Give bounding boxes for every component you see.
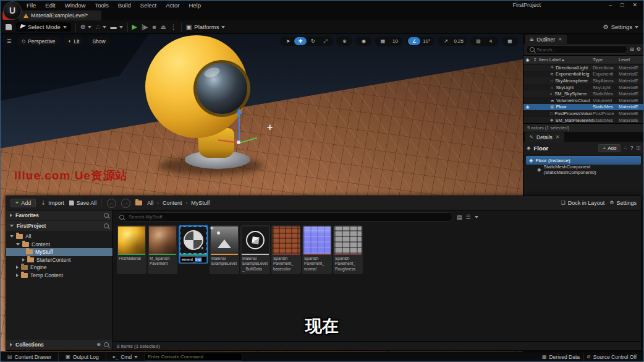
- menu-window[interactable]: Window: [65, 2, 86, 9]
- outliner-settings-gear-icon[interactable]: ⚙: [637, 47, 641, 52]
- search-icon[interactable]: [104, 223, 109, 228]
- translate-gizmo[interactable]: [205, 108, 279, 158]
- column-type[interactable]: Type: [593, 57, 619, 62]
- derived-data-button[interactable]: ▦ Derived Data: [539, 352, 583, 361]
- tree-item-engine[interactable]: Engine: [6, 264, 112, 272]
- grid-snap-icon[interactable]: ▦: [376, 37, 389, 45]
- menu-file[interactable]: File: [27, 2, 36, 9]
- column-level[interactable]: Level: [619, 57, 643, 62]
- asset-tile-renaming-instance[interactable]: ✓x ement_Inst: [179, 225, 208, 264]
- forward-button[interactable]: →: [121, 199, 130, 208]
- back-button[interactable]: ←: [107, 199, 116, 208]
- asset-tile-m-spanish-pavement[interactable]: M_Spanish Pavement: [148, 225, 177, 274]
- search-icon[interactable]: [104, 213, 109, 218]
- menu-edit[interactable]: Edit: [45, 2, 55, 9]
- menu-tools[interactable]: Tools: [95, 2, 108, 9]
- menu-actor[interactable]: Actor: [166, 2, 179, 9]
- outliner-row-matpreviewmesh[interactable]: ◈SM_MatPreviewM StaticMesMaterialE: [523, 117, 643, 124]
- chevron-down-icon[interactable]: [475, 216, 478, 218]
- tab-details[interactable]: ✎ Details ✕: [525, 132, 564, 142]
- tree-item-mystuff[interactable]: MyStuff: [6, 248, 112, 256]
- view-mode-dropdown[interactable]: ◐ Lit: [64, 37, 85, 46]
- asset-tile-firstmaterial[interactable]: FirstMaterial: [117, 225, 146, 274]
- eye-icon[interactable]: ◉: [523, 105, 532, 110]
- source-control-button[interactable]: ⊘ Source Control Off: [583, 352, 640, 361]
- column-item-label[interactable]: Item Label ▴: [539, 57, 593, 62]
- outliner-row-skyatmosphere[interactable]: ∩SkyAtmosphere SkyAtmosMaterialE: [523, 77, 643, 84]
- console-command-input[interactable]: [145, 353, 242, 361]
- play-button[interactable]: ▶: [132, 24, 137, 30]
- world-space-button[interactable]: ⊕: [338, 37, 350, 45]
- maximize-button[interactable]: □: [621, 2, 624, 8]
- cb-search-input[interactable]: [118, 212, 453, 222]
- breadcrumb-mystuff[interactable]: MyStuff: [191, 200, 210, 206]
- tab-outliner[interactable]: ☰ Outliner ✕: [525, 35, 567, 44]
- dock-in-layout-button[interactable]: ❏Dock in Layout: [561, 200, 605, 206]
- asset-tile-materialexamplelevel[interactable]: ✱ Material ExampleLevel: [210, 225, 239, 274]
- filter-icon[interactable]: ☰: [466, 214, 471, 220]
- save-search-icon[interactable]: ▤: [457, 214, 462, 220]
- tree-item-startercontent[interactable]: StarterContent: [6, 256, 112, 264]
- breadcrumb-content[interactable]: Content: [163, 200, 182, 206]
- viewport-options-menu[interactable]: ☰: [4, 37, 14, 46]
- cinematics-dropdown[interactable]: ▬: [111, 24, 123, 30]
- outliner-row-skylight[interactable]: ☼SkyLight SkyLightMaterialE: [523, 84, 643, 91]
- rotation-snap-icon[interactable]: ∠: [408, 37, 420, 45]
- outliner-row-volumetriccloud[interactable]: ☁VolumetricCloud VolumetriMaterialE: [523, 97, 643, 104]
- camera-speed-icon[interactable]: ▥: [472, 37, 485, 45]
- outliner-row-directionallight[interactable]: ☀DirectionalLight DirectionaMaterialE: [523, 64, 643, 71]
- search-icon[interactable]: [104, 342, 109, 347]
- rename-input[interactable]: ement_Inst: [180, 256, 207, 263]
- select-mode-dropdown[interactable]: Select Mode: [16, 22, 71, 32]
- cb-settings-button[interactable]: ⚙Settings: [609, 200, 637, 206]
- save-icon[interactable]: [6, 24, 12, 30]
- gizmo-y-axis[interactable]: [239, 137, 257, 144]
- close-button[interactable]: ✕: [632, 2, 637, 8]
- gizmo-z-axis[interactable]: [239, 113, 240, 143]
- maximize-viewport-button[interactable]: ▦: [504, 37, 516, 45]
- outliner-search-input[interactable]: [526, 45, 627, 54]
- scale-snap-icon[interactable]: ↗: [439, 37, 452, 45]
- asset-tile-builtdata[interactable]: Material ExampleLevel_ BuiltData: [240, 225, 270, 274]
- menu-select[interactable]: Select: [140, 2, 156, 9]
- close-icon[interactable]: ✕: [558, 37, 562, 42]
- asset-tile-normal-texture[interactable]: Spanish Pavement_ normal: [302, 225, 332, 274]
- new-folder-icon[interactable]: ⊞: [630, 47, 634, 52]
- lock-icon[interactable]: ⚿: [637, 145, 640, 152]
- cb-import-button[interactable]: ⭳Import: [41, 200, 64, 206]
- level-tab[interactable]: MaterialExampleLevel*: [19, 11, 101, 20]
- platforms-dropdown[interactable]: ▣ Platforms: [186, 24, 226, 30]
- tree-item-content[interactable]: Content: [6, 241, 112, 249]
- perspective-dropdown[interactable]: ◇ Perspective: [17, 37, 61, 46]
- pin-column-icon[interactable]: ↧: [532, 58, 539, 62]
- visibility-column-eye-icon[interactable]: ◉: [523, 58, 532, 62]
- blueprint-convert-icon[interactable]: ∴: [624, 145, 627, 151]
- rotate-tool-button[interactable]: ↻: [307, 37, 319, 45]
- menu-help[interactable]: Help: [189, 2, 201, 9]
- grid-snap-value[interactable]: 10: [389, 37, 401, 45]
- camera-speed-value[interactable]: 4: [485, 37, 497, 45]
- stop-button[interactable]: ■: [152, 24, 156, 30]
- output-log-button[interactable]: ▣ Output Log: [62, 352, 102, 361]
- skip-button[interactable]: |▶: [142, 24, 148, 30]
- help-icon[interactable]: ?: [630, 145, 633, 151]
- outliner-row-postprocessvolume[interactable]: □PostProcessVolun PostProceMaterialE: [523, 110, 643, 117]
- content-drawer-button[interactable]: ▤ Content Drawer: [4, 352, 54, 361]
- asset-tile-roughness-texture[interactable]: Spanish Pavement_ Roughness: [333, 225, 363, 274]
- play-options-kebab-icon[interactable]: ⋮: [171, 24, 177, 30]
- add-actor-dropdown[interactable]: ⊕: [80, 24, 91, 30]
- rotation-snap-value[interactable]: 10°: [420, 37, 433, 45]
- cb-add-button[interactable]: +Add: [11, 199, 36, 207]
- blueprints-dropdown[interactable]: ∴: [96, 24, 106, 30]
- surface-snap-button[interactable]: ◉: [357, 37, 370, 45]
- eject-button[interactable]: ⏏: [160, 24, 166, 30]
- select-tool-button[interactable]: ➤: [282, 37, 294, 45]
- outliner-row-exponentialheightfog[interactable]: ≋ExponentialHeig ExponentiMaterialE: [523, 71, 643, 78]
- asset-tile-basecolor-texture[interactable]: Spanish Pavement_ basecolor: [271, 225, 301, 274]
- scale-tool-button[interactable]: ⤢: [319, 37, 331, 45]
- details-row-staticmeshcomponent[interactable]: ◈ StaticMeshComponent (StaticMeshCompone…: [523, 165, 643, 173]
- add-component-button[interactable]: +Add: [598, 144, 621, 152]
- cb-save-all-button[interactable]: Save All: [69, 200, 97, 206]
- menu-build[interactable]: Build: [118, 2, 131, 9]
- tree-item-all[interactable]: All: [6, 233, 112, 241]
